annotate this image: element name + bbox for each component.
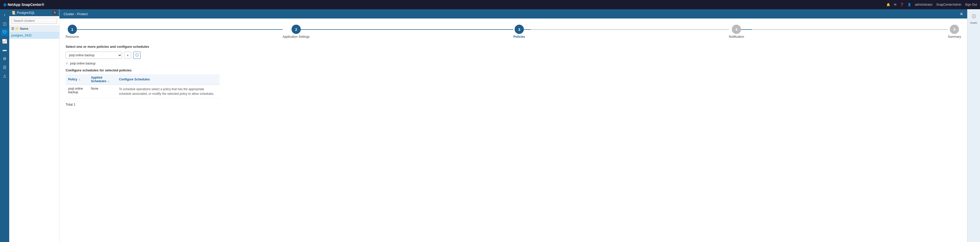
step-4: 4 Notification [729,25,744,38]
close-icon[interactable]: ✕ [960,11,963,16]
top-nav-left: ◆ NetApp SnapCenter® [3,2,45,8]
sign-out-link[interactable]: Sign Out [965,3,977,6]
selected-policy-row: ✓ psql online backup [66,61,961,65]
main-layout: ‹ ◫ 🛡 📈 ▬ ⚙ ☰ ⚠ 📜 PostgreSQL ✕ ☰ 📁 Name [0,9,980,242]
sidebar-item-tools[interactable]: ⚙ [1,55,8,62]
policy-section-title: Select one or more policies and configur… [66,45,961,48]
col-configure-schedules: Configure Schedules [116,74,220,85]
sidebar-list-header: ☰ 📁 Name [9,26,59,32]
icon-bar: ‹ ◫ 🛡 📈 ▬ ⚙ ☰ ⚠ [0,9,9,242]
instance-name[interactable]: SnapCenterAdmin [936,3,961,6]
sidebar-search [9,16,59,26]
info-policy-button[interactable]: ⓘ [133,51,140,59]
sidebar-close-badge[interactable]: ✕ [52,11,57,14]
policy-cell: psql online backup [66,85,89,98]
top-nav: ◆ NetApp SnapCenter® 🔔 ✉ ❓ 👤 administrat… [0,0,980,9]
col-policy: Policy ↕ [66,74,89,85]
sidebar-item-chart[interactable]: 📈 [1,37,8,45]
main-content: Cluster - Protect ✕ 1 Resource 2 [59,9,967,242]
table-header-row: Policy ↕ Applied Schedules ↕ Configure S… [66,74,220,85]
total-label: Total 1 [66,103,75,106]
selected-policy-name: psql online backup [70,62,95,65]
details-button[interactable]: ⓘ [969,12,978,21]
list-col-icon: 📁 [15,27,19,30]
app-logo: ◆ NetApp SnapCenter® [3,2,45,8]
main-body: 1 Resource 2 Application Settings 3 [59,19,967,242]
step-1-circle: 1 [68,25,77,34]
add-policy-button[interactable]: + [124,51,131,59]
logo-icon: ◆ [3,2,7,8]
connector-4-5 [744,29,948,30]
step-5: 5 Summary [948,25,961,38]
table-row: psql online backup None To schedule oper… [66,85,220,98]
sidebar-item-apps[interactable]: ◫ [1,20,8,27]
details-label: Details [970,22,977,24]
schedule-table: Policy ↕ Applied Schedules ↕ Configure S… [66,74,220,98]
step-2-circle: 2 [291,25,301,34]
step-1: 1 Resource [66,25,79,38]
step-2-label: Application Settings [283,35,310,38]
sidebar-item-bar-chart[interactable]: ▬ [1,46,8,53]
col-applied-schedules: Applied Schedules ↕ [89,74,116,85]
sidebar-item-postgres[interactable]: postgres_5432 [9,32,59,39]
sort-schedules-icon[interactable]: ↕ [108,80,109,83]
check-icon: ✓ [66,61,68,65]
top-nav-right: 🔔 ✉ ❓ 👤 administrator SnapCenterAdmin Si… [886,3,977,6]
step-2: 2 Application Settings [283,25,310,38]
main-header: Cluster - Protect ✕ [59,9,967,19]
step-4-label: Notification [729,35,744,38]
list-icon: ☰ [11,27,14,30]
bell-icon[interactable]: 🔔 [886,3,890,6]
policy-row: psql online backup + ⓘ [66,51,961,59]
sidebar-item-toggle[interactable]: ‹ [1,11,8,19]
step-3-label: Policies [513,35,525,38]
step-5-label: Summary [948,35,961,38]
user-name[interactable]: administrator [915,3,932,6]
sidebar-item-warning[interactable]: ⚠ [1,72,8,80]
configure-schedules-cell: To schedule operations select a policy t… [116,85,220,98]
stepper: 1 Resource 2 Application Settings 3 [66,24,961,38]
step-5-circle: 5 [950,25,959,34]
sidebar-list-title: Name [20,27,29,30]
app-title: NetApp SnapCenter® [8,3,45,7]
step-3-circle: 3 [515,25,524,34]
email-icon[interactable]: ✉ [894,3,896,6]
sidebar-header: 📜 PostgreSQL ✕ [9,9,59,16]
sort-policy-icon[interactable]: ↕ [79,78,80,81]
step-4-circle: 4 [732,25,741,34]
sidebar-item-shield[interactable]: 🛡 [1,29,8,36]
step-3: 3 Policies [513,25,525,38]
schedule-title: Configure schedules for selected policie… [66,68,961,72]
user-icon: 👤 [907,3,911,6]
sidebar-item-list[interactable]: ☰ [1,64,8,71]
right-panel: ⓘ Details [967,9,980,242]
sidebar-header-title: 📜 PostgreSQL [11,11,35,14]
sidebar: 📜 PostgreSQL ✕ ☰ 📁 Name postgres_5432 [9,9,59,242]
sidebar-title: PostgreSQL [17,11,35,14]
step-1-label: Resource [66,35,79,38]
total-row: Total 1 [66,103,961,106]
breadcrumb: Cluster - Protect [64,12,88,16]
sidebar-db-icon: 📜 [11,11,15,14]
help-icon[interactable]: ❓ [900,3,904,6]
connector-1-2 [79,29,283,30]
connector-2-3 [310,29,514,30]
applied-schedules-cell: None [89,85,116,98]
policy-dropdown[interactable]: psql online backup [66,51,122,59]
search-input[interactable] [11,18,57,24]
connector-3-4 [525,29,729,30]
sidebar-list: ☰ 📁 Name postgres_5432 [9,26,59,242]
